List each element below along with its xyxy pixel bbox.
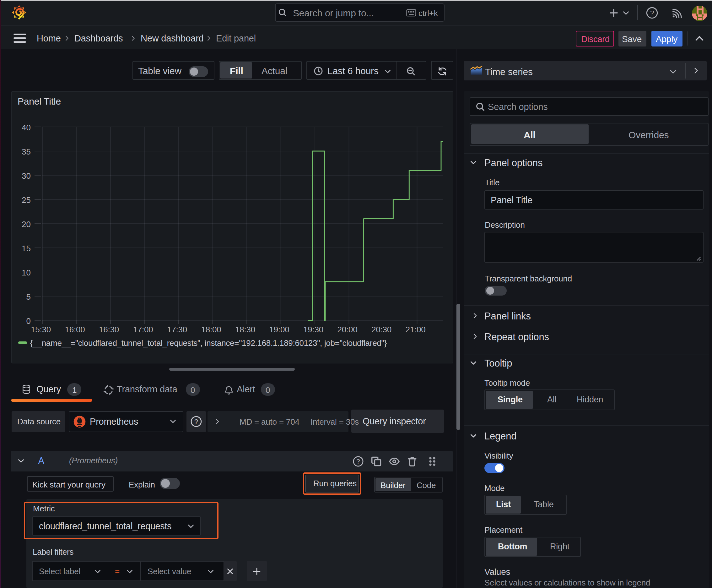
- svg-text:?: ?: [194, 418, 198, 426]
- svg-text:?: ?: [356, 458, 360, 465]
- svg-text:?: ?: [650, 9, 654, 17]
